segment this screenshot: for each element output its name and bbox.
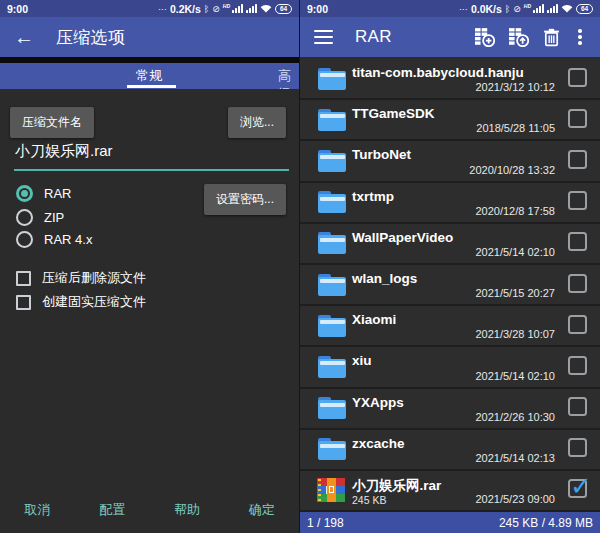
file-checkbox[interactable] bbox=[568, 356, 587, 375]
folder-icon bbox=[318, 150, 346, 172]
folder-icon bbox=[318, 397, 346, 419]
selection-status-bar: 1 / 198 245 KB / 4.89 MB bbox=[300, 512, 600, 533]
file-date: 2021/5/15 20:27 bbox=[475, 287, 555, 299]
archive-name-button[interactable]: 压缩文件名 bbox=[10, 107, 94, 138]
file-name: zxcache bbox=[352, 436, 405, 451]
file-checkbox[interactable] bbox=[568, 232, 587, 251]
folder-icon bbox=[318, 274, 346, 296]
delete-trash-icon[interactable] bbox=[543, 28, 560, 47]
file-checkbox[interactable] bbox=[568, 479, 587, 498]
signal-icon-sim2 bbox=[246, 4, 257, 13]
file-name: wlan_logs bbox=[352, 271, 417, 286]
file-checkbox[interactable] bbox=[568, 315, 587, 334]
file-name: titan-com.babycloud.hanju bbox=[352, 65, 524, 80]
network-speed: 0.0K/s bbox=[471, 3, 502, 15]
checkbox-icon[interactable] bbox=[16, 271, 31, 286]
file-name: TurboNet bbox=[352, 147, 411, 162]
bluetooth-icon: ᛒ bbox=[204, 4, 209, 14]
file-row[interactable]: xiu 2021/5/14 02:10 bbox=[300, 347, 600, 388]
file-date: 2018/5/28 11:05 bbox=[476, 122, 555, 134]
file-checkbox[interactable] bbox=[568, 68, 587, 87]
format-radio-rar4[interactable]: RAR 4.x bbox=[16, 231, 92, 248]
file-row[interactable]: txrtmp 2020/12/8 17:58 bbox=[300, 183, 600, 224]
battery-icon: 64 bbox=[275, 4, 292, 14]
left-toolbar: ← 压缩选项 bbox=[0, 17, 299, 57]
folder-icon bbox=[318, 68, 346, 90]
file-checkbox[interactable] bbox=[568, 397, 587, 416]
bluetooth-icon: ᛒ bbox=[505, 4, 510, 14]
notification-dots-icon: ··· bbox=[459, 4, 468, 14]
checkbox-label: 创建固实压缩文件 bbox=[42, 293, 146, 311]
radio-label: RAR bbox=[44, 186, 71, 201]
file-row[interactable]: 小刀娱乐网.rar 245 KB 2021/5/23 09:00 bbox=[300, 471, 600, 512]
network-speed: 0.2K/s bbox=[170, 3, 201, 15]
signal-icon-sim2 bbox=[547, 4, 558, 13]
active-tab-underline bbox=[127, 85, 176, 88]
file-name: TTGameSDK bbox=[352, 106, 435, 121]
file-date: 2021/3/12 10:12 bbox=[475, 81, 555, 93]
tab-general[interactable]: 常规 bbox=[136, 67, 162, 85]
file-date: 2021/5/14 02:13 bbox=[475, 452, 555, 464]
general-tab-panel: 压缩文件名 浏览... 小刀娱乐网.rar RAR ZIP RAR 4.x 设置… bbox=[0, 89, 299, 533]
mute-icon: ⊘ bbox=[212, 4, 220, 14]
page-title: 压缩选项 bbox=[56, 26, 125, 49]
status-bar: 9:00 ··· 0.0K/s ᛒ ⊘ HD 64 bbox=[300, 0, 600, 17]
checkbox-label: 压缩后删除源文件 bbox=[42, 269, 146, 287]
file-checkbox[interactable] bbox=[568, 150, 587, 169]
format-radio-rar[interactable]: RAR bbox=[16, 185, 71, 202]
folder-icon bbox=[318, 191, 346, 213]
checkbox-icon[interactable] bbox=[16, 295, 31, 310]
file-row[interactable]: zxcache 2021/5/14 02:13 bbox=[300, 430, 600, 471]
signal-icon-sim1: HD bbox=[223, 4, 243, 13]
back-arrow-icon[interactable]: ← bbox=[14, 27, 34, 47]
radio-icon[interactable] bbox=[16, 231, 33, 248]
tab-bar: 常规 高级 bbox=[0, 63, 299, 89]
help-button[interactable]: 帮助 bbox=[150, 493, 225, 527]
file-row[interactable]: TurboNet 2020/10/28 13:32 bbox=[300, 141, 600, 182]
file-row[interactable]: Xiaomi 2021/3/28 10:07 bbox=[300, 306, 600, 347]
file-checkbox[interactable] bbox=[568, 274, 587, 293]
file-row[interactable]: titan-com.babycloud.hanju 2021/3/12 10:1… bbox=[300, 59, 600, 100]
file-row[interactable]: YXApps 2021/2/26 10:30 bbox=[300, 389, 600, 430]
app-title: RAR bbox=[355, 27, 392, 47]
ok-button[interactable]: 确定 bbox=[224, 493, 299, 527]
extract-archive-icon[interactable] bbox=[509, 27, 529, 47]
input-underline bbox=[14, 169, 289, 171]
file-checkbox[interactable] bbox=[568, 438, 587, 457]
signal-icon-sim1: HD bbox=[524, 4, 544, 13]
folder-icon bbox=[318, 315, 346, 337]
file-row[interactable]: wlan_logs 2021/5/15 20:27 bbox=[300, 265, 600, 306]
file-list: titan-com.babycloud.hanju 2021/3/12 10:1… bbox=[300, 57, 600, 512]
browse-button[interactable]: 浏览... bbox=[228, 107, 286, 138]
folder-icon bbox=[318, 109, 346, 131]
file-row[interactable]: TTGameSDK 2018/5/28 11:05 bbox=[300, 100, 600, 141]
solid-archive-checkbox-row[interactable]: 创建固实压缩文件 bbox=[16, 293, 146, 311]
selection-count: 1 / 198 bbox=[307, 516, 344, 530]
right-toolbar: RAR bbox=[300, 17, 600, 57]
status-bar: 9:00 ··· 0.2K/s ᛒ ⊘ HD 64 bbox=[0, 0, 299, 17]
add-to-archive-icon[interactable] bbox=[475, 27, 495, 47]
battery-icon: 64 bbox=[576, 4, 593, 14]
compression-options-screen: 9:00 ··· 0.2K/s ᛒ ⊘ HD 64 ← 压缩选项 常规 高级 压… bbox=[0, 0, 300, 533]
file-name: 小刀娱乐网.rar bbox=[352, 477, 441, 495]
mute-icon: ⊘ bbox=[513, 4, 521, 14]
cancel-button[interactable]: 取消 bbox=[0, 493, 75, 527]
clock: 9:00 bbox=[307, 3, 328, 15]
menu-hamburger-icon[interactable] bbox=[314, 30, 333, 45]
set-password-button[interactable]: 设置密码... bbox=[204, 184, 286, 215]
file-date: 2021/2/26 10:30 bbox=[475, 411, 555, 423]
file-date: 2021/3/28 10:07 bbox=[475, 328, 555, 340]
folder-icon bbox=[318, 438, 346, 460]
radio-icon[interactable] bbox=[16, 185, 33, 202]
radio-icon[interactable] bbox=[16, 209, 33, 226]
profiles-button[interactable]: 配置 bbox=[75, 493, 150, 527]
overflow-menu-icon[interactable] bbox=[574, 29, 586, 45]
archive-filename-input[interactable]: 小刀娱乐网.rar bbox=[15, 142, 113, 161]
file-checkbox[interactable] bbox=[568, 191, 587, 210]
file-checkbox[interactable] bbox=[568, 109, 587, 128]
format-radio-zip[interactable]: ZIP bbox=[16, 209, 64, 226]
file-row[interactable]: WallPaperVideo 2021/5/14 02:10 bbox=[300, 224, 600, 265]
rar-file-icon bbox=[317, 478, 345, 502]
dialog-footer: 取消 配置 帮助 确定 bbox=[0, 493, 299, 527]
delete-source-checkbox-row[interactable]: 压缩后删除源文件 bbox=[16, 269, 146, 287]
